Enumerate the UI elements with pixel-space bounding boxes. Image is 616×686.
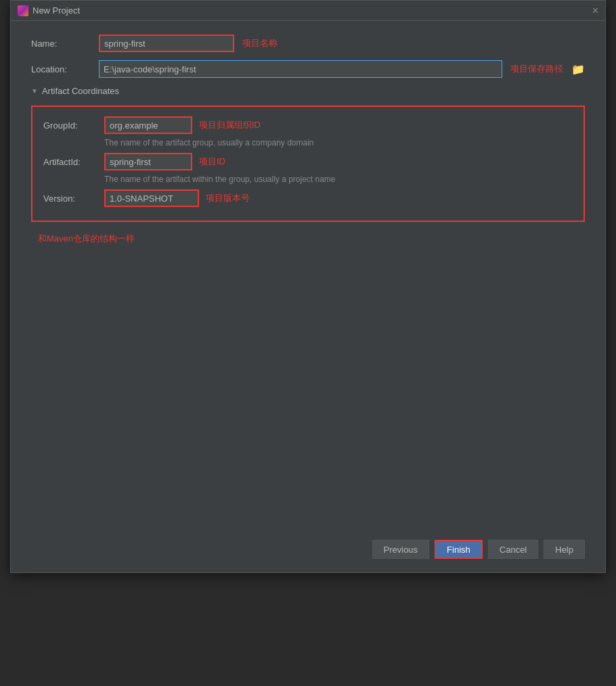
section-title: Artifact Coordinates [42, 86, 119, 96]
app-icon [18, 5, 28, 16]
artifactid-hint: The name of the artifact within the grou… [104, 175, 573, 184]
version-input[interactable] [104, 189, 199, 207]
location-row: Location: 项目保存路径 📁 [31, 60, 585, 78]
version-label: Version: [43, 193, 104, 204]
groupid-annotation: 项目归属组织ID [199, 119, 261, 131]
location-input[interactable] [99, 60, 502, 78]
location-annotation: 项目保存路径 [510, 63, 563, 75]
dialog-title: New Project [32, 5, 80, 16]
location-input-wrap: 项目保存路径 📁 [99, 60, 585, 78]
folder-icon: 📁 [571, 63, 585, 76]
version-row: Version: 项目版本号 [43, 189, 573, 207]
artifactid-input-wrap: 项目ID [104, 153, 573, 170]
groupid-input-wrap: 项目归属组织ID [104, 116, 573, 134]
location-label: Location: [31, 64, 99, 74]
artifactid-row: ArtifactId: 项目ID [43, 153, 573, 170]
browse-folder-button[interactable]: 📁 [571, 63, 585, 76]
version-annotation: 项目版本号 [206, 192, 250, 204]
collapse-arrow-icon[interactable]: ▼ [31, 87, 38, 95]
artifactid-annotation: 项目ID [199, 156, 225, 168]
finish-button[interactable]: Finish [435, 540, 483, 559]
name-annotation: 项目名称 [242, 37, 585, 49]
name-input-wrap: 项目名称 [99, 35, 585, 52]
groupid-row: GroupId: 项目归属组织ID [43, 116, 573, 134]
previous-button[interactable]: Previous [372, 540, 430, 559]
maven-note: 和Maven仓库的结构一样 [38, 233, 585, 245]
groupid-hint: The name of the artifact group, usually … [104, 138, 573, 147]
artifactid-label: ArtifactId: [43, 157, 104, 167]
name-input[interactable] [99, 35, 234, 52]
artifact-block: GroupId: 项目归属组织ID The name of the artifa… [31, 106, 585, 222]
dialog-footer: Previous Finish Cancel Help [11, 529, 605, 572]
cancel-button[interactable]: Cancel [488, 540, 538, 559]
groupid-label: GroupId: [43, 120, 104, 131]
close-icon[interactable]: × [592, 5, 598, 16]
name-row: Name: 项目名称 [31, 35, 585, 52]
version-input-wrap: 项目版本号 [104, 189, 573, 207]
artifactid-input[interactable] [104, 153, 192, 170]
artifact-section-header: ▼ Artifact Coordinates [31, 86, 585, 96]
groupid-input[interactable] [104, 116, 192, 134]
name-label: Name: [31, 39, 99, 49]
help-button[interactable]: Help [544, 540, 585, 559]
title-bar: New Project × [11, 1, 605, 21]
dialog-body: Name: 项目名称 Location: 项目保存路径 📁 ▼ Artifact… [11, 21, 605, 258]
